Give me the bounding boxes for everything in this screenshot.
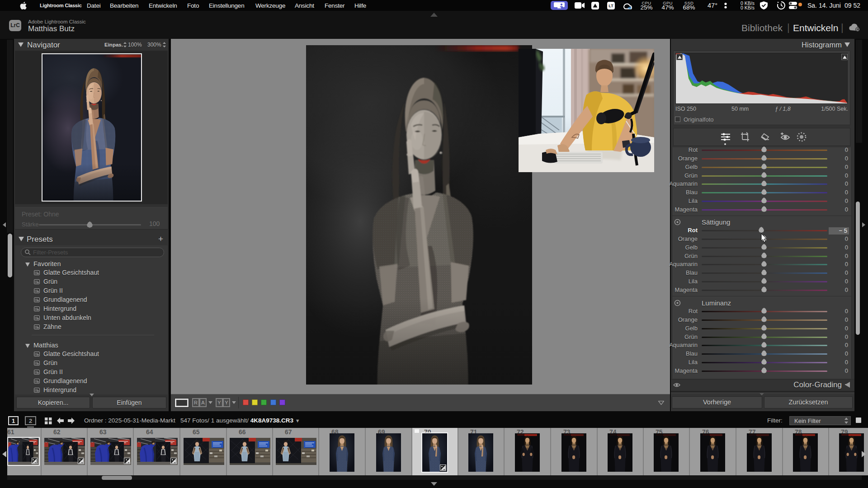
svg-text:LT: LT [609, 4, 613, 8]
